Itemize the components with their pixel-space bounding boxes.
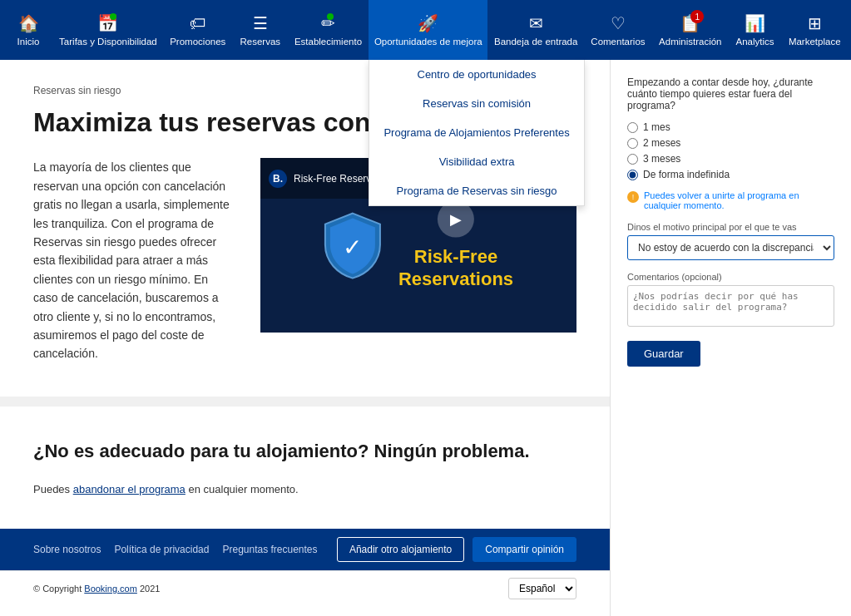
lower-heading: ¿No es adecuado para tu alojamiento? Nin… bbox=[33, 440, 576, 464]
tag-icon: 🏷 bbox=[190, 14, 206, 33]
mail-icon: ✉ bbox=[529, 13, 543, 33]
edit-icon: ✏ bbox=[321, 13, 335, 33]
svg-text:✓: ✓ bbox=[343, 234, 362, 259]
duration-radio-group: 1 mes 2 meses 3 meses De forma indefinid… bbox=[627, 121, 834, 180]
copyright-text: © Copyright Booking.com 2021 bbox=[33, 584, 160, 594]
nav-inicio[interactable]: 🏠 Inicio bbox=[3, 0, 53, 60]
nav-promociones-label: Promociones bbox=[170, 37, 225, 47]
dropdown-item-preferentes[interactable]: Programa de Alojamientos Preferentes bbox=[369, 118, 584, 147]
booking-link[interactable]: Booking.com bbox=[84, 584, 137, 594]
oportunidades-dropdown: Centro de oportunidades Reservas sin com… bbox=[369, 60, 585, 206]
nav-analytics-label: Analytics bbox=[736, 37, 774, 47]
footer-link-privacidad[interactable]: Política de privacidad bbox=[114, 544, 209, 555]
grid-icon: ⊞ bbox=[808, 13, 822, 33]
exit-question: Empezando a contar desde hoy, ¿durante c… bbox=[627, 76, 834, 111]
info-text: ! Puedes volver a unirte al programa en … bbox=[627, 190, 834, 210]
footer-link-sobre[interactable]: Sobre nosotros bbox=[33, 544, 101, 555]
reason-select[interactable]: No estoy de acuerdo con la discrepancia … bbox=[627, 235, 834, 260]
nav-oportunidades[interactable]: 🚀 Oportunidades de mejora Centro de opor… bbox=[369, 0, 487, 60]
footer-bar: Sobre nosotros Política de privacidad Pr… bbox=[0, 529, 610, 570]
nav-marketplace[interactable]: ⊞ Marketplace bbox=[781, 0, 848, 60]
footer-links: Sobre nosotros Política de privacidad Pr… bbox=[33, 544, 318, 555]
footer-buttons: Añadir otro alojamiento Compartir opinió… bbox=[337, 537, 576, 562]
body-text: La mayoría de los clientes que reservan … bbox=[33, 158, 235, 362]
section-divider bbox=[0, 397, 610, 407]
nav-establecimiento[interactable]: ✏ Establecimiento bbox=[288, 0, 369, 60]
radio-2meses[interactable]: 2 meses bbox=[627, 137, 834, 149]
video-brand: B. bbox=[269, 170, 287, 188]
nav-comentarios-label: Comentarios bbox=[591, 37, 645, 47]
heart-icon: ♡ bbox=[611, 13, 626, 33]
dropdown-item-reservas[interactable]: Reservas sin comisión bbox=[369, 89, 584, 118]
rocket-icon: 🚀 bbox=[418, 13, 438, 33]
dropdown-item-centro[interactable]: Centro de oportunidades bbox=[369, 60, 584, 89]
video-center: ✓ ▶ Risk-Free Reservations bbox=[324, 201, 513, 290]
comments-textarea[interactable] bbox=[627, 285, 834, 327]
right-panel: Empezando a contar desde hoy, ¿durante c… bbox=[610, 60, 851, 616]
establecimiento-dot bbox=[327, 13, 334, 20]
nav-analytics[interactable]: 📊 Analytics bbox=[729, 0, 782, 60]
nav-reservas[interactable]: ☰ Reservas bbox=[233, 0, 288, 60]
copyright-bar: © Copyright Booking.com 2021 Español bbox=[0, 570, 610, 606]
nav-reservas-label: Reservas bbox=[240, 37, 280, 47]
calendar-icon: 📅 bbox=[97, 13, 118, 33]
lower-text: Puedes abandonar el programa en cualquie… bbox=[33, 483, 576, 495]
lower-left-panel: ¿No es adecuado para tu alojamiento? Nin… bbox=[0, 407, 610, 530]
nav-establecimiento-label: Establecimiento bbox=[294, 37, 362, 47]
share-opinion-button[interactable]: Compartir opinión bbox=[473, 537, 576, 562]
risk-free-text: Risk-Free Reservations bbox=[398, 246, 513, 290]
nav-inicio-label: Inicio bbox=[17, 37, 40, 47]
list-icon: ☰ bbox=[253, 13, 268, 33]
nav-oportunidades-label: Oportunidades de mejora bbox=[374, 37, 482, 47]
dropdown-label: Dinos el motivo principal por el que te … bbox=[627, 222, 834, 232]
nav-administracion[interactable]: 📋 1 Administración bbox=[652, 0, 729, 60]
dropdown-item-sinriesgo[interactable]: Programa de Reservas sin riesgo bbox=[369, 176, 584, 205]
shield-graphic: ✓ bbox=[324, 211, 382, 279]
dropdown-item-visibilidad[interactable]: Visibilidad extra bbox=[369, 147, 584, 176]
save-button[interactable]: Guardar bbox=[627, 341, 700, 367]
nav-bandeja-label: Bandeja de entrada bbox=[494, 37, 577, 47]
footer-link-faq[interactable]: Preguntas frecuentes bbox=[222, 544, 317, 555]
nav-comentarios[interactable]: ♡ Comentarios bbox=[584, 0, 652, 60]
admin-badge: 1 bbox=[690, 10, 704, 23]
radio-3meses[interactable]: 3 meses bbox=[627, 153, 834, 165]
video-text-center: ▶ Risk-Free Reservations bbox=[398, 201, 513, 290]
nav-tarifas-label: Tarifas y Disponibilidad bbox=[59, 37, 157, 47]
nav-tarifas[interactable]: 📅 Tarifas y Disponibilidad bbox=[53, 0, 163, 60]
play-button[interactable]: ▶ bbox=[438, 201, 474, 238]
add-property-button[interactable]: Añadir otro alojamiento bbox=[337, 537, 464, 562]
admin-icon: 📋 1 bbox=[680, 13, 700, 33]
tarifas-dot bbox=[110, 13, 116, 20]
radio-1mes[interactable]: 1 mes bbox=[627, 121, 834, 133]
abandon-link[interactable]: abandonar el programa bbox=[73, 483, 186, 495]
home-icon: 🏠 bbox=[18, 13, 39, 33]
radio-indefinida[interactable]: De forma indefinida bbox=[627, 169, 834, 180]
navbar: 🏠 Inicio 📅 Tarifas y Disponibilidad 🏷 Pr… bbox=[0, 0, 851, 60]
nav-administracion-label: Administración bbox=[659, 37, 721, 47]
nav-promociones[interactable]: 🏷 Promociones bbox=[163, 0, 233, 60]
nav-bandeja[interactable]: ✉ Bandeja de entrada bbox=[487, 0, 583, 60]
chart-icon: 📊 bbox=[745, 13, 765, 33]
nav-marketplace-label: Marketplace bbox=[789, 37, 841, 47]
textarea-label: Comentarios (opcional) bbox=[627, 272, 834, 282]
info-icon: ! bbox=[627, 191, 639, 203]
language-select[interactable]: Español bbox=[508, 578, 576, 599]
